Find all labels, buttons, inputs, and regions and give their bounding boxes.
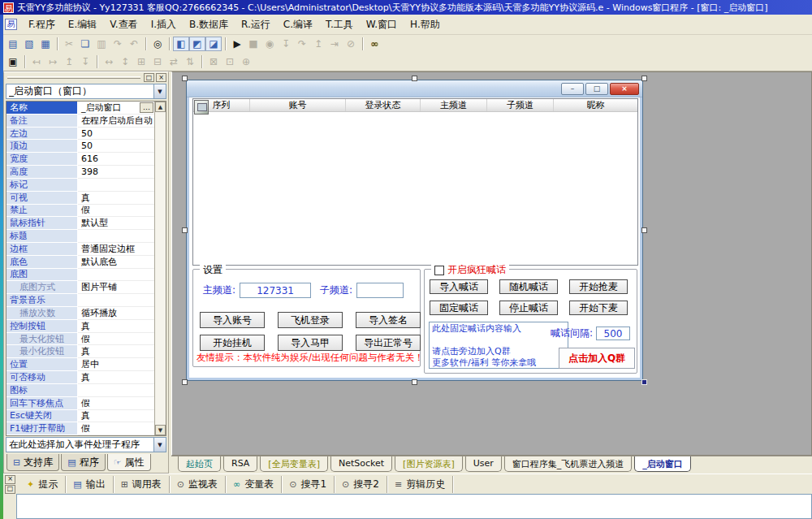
tab-properties[interactable]: ☞ 属性 xyxy=(107,454,151,471)
pause-icon[interactable]: ⊘ xyxy=(343,37,359,51)
property-row-f1-help[interactable]: F1键打开帮助 假 xyxy=(6,422,154,435)
event-selector[interactable]: 在此处选择加入事件处理子程序 ▼ xyxy=(6,437,166,452)
copy-icon[interactable]: ❏ xyxy=(77,37,93,51)
tab-watch-table[interactable]: ⊙ 监视表 xyxy=(170,476,226,493)
start-drop-mic-button[interactable]: 开始下麦 xyxy=(569,301,628,315)
menu-item-compile[interactable]: C.编译 xyxy=(277,16,319,33)
chevron-down-icon[interactable]: ▼ xyxy=(153,84,166,98)
help-binoculars-icon[interactable]: ∞ xyxy=(366,37,382,51)
run-icon[interactable]: ▶ xyxy=(229,37,245,51)
fit-width-icon[interactable]: ⊠ xyxy=(205,54,222,69)
plane-login-button[interactable]: 飞机登录 xyxy=(278,312,343,328)
shout-interval-input[interactable]: 500 xyxy=(596,327,630,340)
property-scrollbar[interactable]: ▲ ▼ xyxy=(154,102,166,435)
tab-clip-history[interactable]: ≡ 剪辑历史 xyxy=(387,476,453,493)
import-accounts-button[interactable]: 导入账号 xyxy=(200,312,265,328)
form-maximize-button[interactable]: □ xyxy=(585,83,608,95)
column-nickname[interactable]: 昵称 xyxy=(554,99,637,111)
selection-handle-top-middle[interactable] xyxy=(412,76,417,81)
menu-item-tools[interactable]: T.工具 xyxy=(319,16,360,33)
find-icon[interactable]: ◎ xyxy=(149,37,166,51)
tab-rsa[interactable]: RSA xyxy=(223,456,257,472)
account-listview[interactable]: 序列 账号 登录状态 主频道 子频道 昵称 xyxy=(192,98,638,266)
selection-handle-middle-left[interactable] xyxy=(182,227,188,233)
property-row-minimize-button[interactable]: 最小化按钮 真 xyxy=(6,345,154,358)
property-row-play-count[interactable]: 播放次数 循环播放 xyxy=(6,307,154,320)
center-vertical-icon[interactable]: ↕ xyxy=(117,54,133,69)
property-row-icon[interactable]: 图标 xyxy=(6,384,154,397)
tab-search-2[interactable]: ⊙ 搜寻2 xyxy=(335,476,387,493)
fixed-shout-textbox[interactable]: 此处固定喊话内容输入 请点击旁边加入Q群 更多软件/福利 等你来拿哦 xyxy=(429,322,568,369)
undo-icon[interactable]: ↶ xyxy=(126,37,142,51)
import-shout-button[interactable]: 导入喊话 xyxy=(430,279,488,294)
property-row-left[interactable]: 左边 50 xyxy=(6,128,154,141)
property-row-enter-next[interactable]: 回车下移焦点 假 xyxy=(6,397,154,410)
start-hangup-button[interactable]: 开始挂机 xyxy=(200,335,265,351)
form-grid-editor-icon[interactable]: ▣ xyxy=(5,54,21,69)
selection-handle-bottom-left[interactable] xyxy=(182,379,188,385)
form-close-button[interactable]: × xyxy=(610,83,639,95)
tab-variable-table[interactable]: ∞ 变量表 xyxy=(226,476,282,493)
paste-icon[interactable]: ▥ xyxy=(93,37,110,51)
tab-window-program-set[interactable]: 窗口程序集_飞机票进入频道 xyxy=(504,456,633,472)
property-row-visible[interactable]: 可视 真 xyxy=(6,192,154,205)
tab-netsocket[interactable]: NetSocket xyxy=(330,456,392,472)
property-row-cursor[interactable]: 鼠标指针 默认型 xyxy=(6,217,154,230)
panel-close-button[interactable]: × xyxy=(156,73,166,82)
space-vertical-icon[interactable]: ⇅ xyxy=(182,54,198,69)
menu-item-database[interactable]: B.数据库 xyxy=(183,16,235,33)
random-shout-button[interactable]: 随机喊话 xyxy=(499,279,558,294)
designed-form-window[interactable]: – □ × 序列 账号 登录状态 主频道 子频道 昵称 xyxy=(186,80,643,381)
export-normal-button[interactable]: 导出正常号 xyxy=(356,335,421,351)
tab-image-resources[interactable]: [图片资源表] xyxy=(395,456,463,472)
tab-startup-window[interactable]: _启动窗口 xyxy=(634,456,691,472)
scrollbar-track[interactable] xyxy=(155,112,166,425)
redo-icon[interactable]: ↷ xyxy=(110,37,126,51)
property-row-backimage[interactable]: 底图 xyxy=(6,269,154,282)
property-row-width[interactable]: 宽度 616 xyxy=(6,153,154,166)
tab-support-library[interactable]: ⊟ 支持库 xyxy=(6,454,59,471)
fixed-shout-button[interactable]: 固定喊话 xyxy=(430,301,488,315)
tab-global-variables[interactable]: [全局变量表] xyxy=(260,456,328,472)
menu-item-run[interactable]: R.运行 xyxy=(235,16,277,33)
split-left-icon[interactable]: ◧ xyxy=(173,37,189,51)
space-horizontal-icon[interactable]: ⇄ xyxy=(166,54,182,69)
property-row-bgmusic[interactable]: 背景音乐 xyxy=(6,294,154,307)
property-row-border[interactable]: 边框 普通固定边框 xyxy=(6,243,154,256)
same-height-icon[interactable]: ⊟ xyxy=(149,54,166,69)
property-row-backcolor[interactable]: 底色 默认底色 xyxy=(6,256,154,269)
property-row-backimage-mode[interactable]: 底图方式 图片平铺 xyxy=(6,281,154,294)
same-width-icon[interactable]: ⊞ xyxy=(133,54,149,69)
main-channel-input[interactable]: 127331 xyxy=(240,283,311,298)
menu-item-program[interactable]: F.程序 xyxy=(22,16,62,33)
split-top-icon[interactable]: ◩ xyxy=(189,37,205,51)
menu-item-window[interactable]: W.窗口 xyxy=(360,16,404,33)
column-sub-channel[interactable]: 子频道 xyxy=(487,99,554,111)
menu-item-view[interactable]: V.查看 xyxy=(103,16,144,33)
new-document-icon[interactable]: ▤ xyxy=(5,37,21,51)
align-right-icon[interactable]: ↦ xyxy=(45,54,61,69)
tab-call-table[interactable]: ⊞ 调用表 xyxy=(114,476,170,493)
chevron-down-icon[interactable]: ▼ xyxy=(153,438,166,452)
run-to-cursor-icon[interactable]: ⇥ xyxy=(326,37,343,51)
component-picture-icon[interactable] xyxy=(194,100,209,115)
property-row-control-buttons[interactable]: 控制按钮 真 xyxy=(6,320,154,333)
tab-search-1[interactable]: ⊙ 搜寻1 xyxy=(282,476,335,493)
menu-item-help[interactable]: H.帮助 xyxy=(404,16,447,33)
scroll-up-icon[interactable]: ▲ xyxy=(155,102,166,112)
save-icon[interactable]: ▦ xyxy=(37,37,54,51)
output-content-area[interactable] xyxy=(16,494,812,519)
selection-handle-top-right[interactable] xyxy=(641,76,647,81)
cut-icon[interactable]: ✂ xyxy=(61,37,77,51)
property-row-maximize-button[interactable]: 最大化按钮 假 xyxy=(6,333,154,346)
property-row-height[interactable]: 高度 398 xyxy=(6,166,154,179)
property-row-name[interactable]: 名称 _启动窗口… xyxy=(6,102,154,115)
object-selector[interactable]: _启动窗口（窗口） ▼ xyxy=(6,84,166,99)
tab-program[interactable]: ▤ 程序 xyxy=(61,454,105,471)
property-row-disabled[interactable]: 禁止 假 xyxy=(6,205,154,218)
scroll-down-icon[interactable]: ▼ xyxy=(155,425,166,435)
import-puppet-button[interactable]: 导入马甲 xyxy=(278,335,343,351)
center-horizontal-icon[interactable]: ↔ xyxy=(101,54,117,69)
property-row-esc-close[interactable]: Esc键关闭 真 xyxy=(6,410,154,423)
property-row-tag[interactable]: 标记 xyxy=(6,179,154,192)
